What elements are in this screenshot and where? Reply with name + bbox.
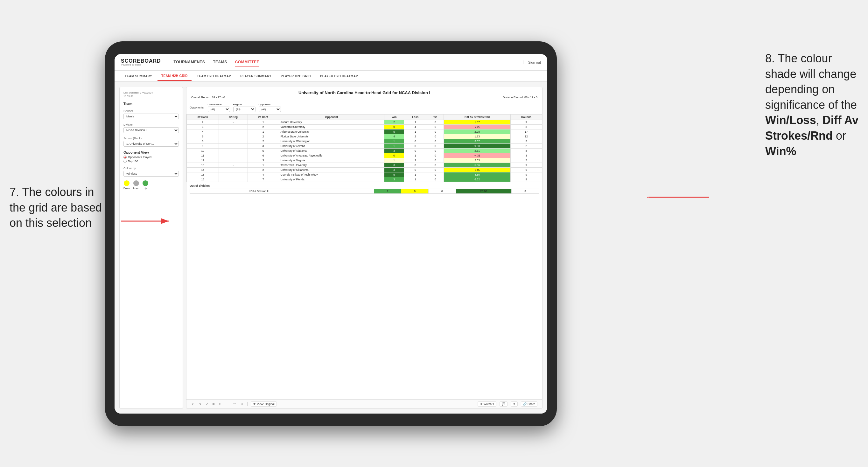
back-icon[interactable]: ◁ — [205, 402, 209, 406]
cell-tie: 0 — [427, 129, 444, 134]
share-button[interactable]: 🔗 Share — [521, 402, 537, 407]
tab-team-h2h-grid[interactable]: TEAM H2H GRID — [157, 71, 191, 81]
nav-committee[interactable]: COMMITTEE — [235, 58, 260, 66]
school-select[interactable]: 1. University of Nort... — [123, 141, 179, 147]
opponent-view-label: Opponent View — [123, 151, 179, 154]
division-select[interactable]: NCAA Division I — [123, 127, 179, 133]
radio-opponents-played[interactable]: Opponents Played — [123, 156, 179, 159]
legend-up: Up — [143, 180, 148, 190]
cell-tie: 0 — [427, 158, 444, 163]
top-nav: SCOREBOARD Powered by clippi TOURNAMENTS… — [115, 54, 547, 71]
cell-diff: 3.67 — [444, 139, 511, 144]
dash-icon[interactable]: — — [225, 402, 229, 406]
colour-by-select[interactable]: Win/loss — [123, 171, 179, 177]
cell-tie: 0 — [427, 153, 444, 158]
sign-out-button[interactable]: Sign out — [523, 60, 541, 64]
col-opponent: Opponent — [279, 115, 384, 120]
export-button[interactable]: ⬆ — [511, 402, 518, 407]
cell-diff: 1.83 — [444, 134, 511, 139]
cell-tie: 0 — [427, 163, 444, 168]
opponent-view-radio-group: Opponents Played Top 100 — [123, 156, 179, 163]
cell-reg: - — [219, 163, 248, 168]
opponents-label: Opponents: — [190, 106, 205, 109]
table-row: 8 2 University of Washington 1 0 0 3.67 … — [187, 139, 542, 144]
gender-select[interactable]: Men's — [123, 114, 179, 119]
cell-rounds: 12 — [510, 134, 542, 139]
out-reg — [209, 189, 228, 194]
cell-conf: 2 — [248, 125, 279, 129]
tab-player-summary[interactable]: PLAYER SUMMARY — [237, 72, 275, 81]
bottom-toolbar: ↩ ↪ ◁ ⧉ ⊞ — ••• ⏱ 👁 View: Original 👁 — [186, 399, 542, 408]
col-rank: ## Rank — [187, 115, 219, 120]
main-content: Last Updated: 27/03/2024 16:55:38 Team G… — [115, 82, 547, 413]
colour-by-section: Colour by Win/loss — [123, 167, 179, 177]
cell-win: 2 — [384, 120, 404, 125]
legend-level: Level — [133, 180, 139, 190]
cell-rank: 10 — [187, 149, 219, 153]
col-diff: Diff Av Strokes/Rnd — [444, 115, 511, 120]
tab-player-h2h-grid[interactable]: PLAYER H2H GRID — [277, 72, 315, 81]
out-division-name: NCAA Division II — [247, 189, 374, 194]
out-tie: 0 — [429, 189, 456, 194]
region-filter-select[interactable]: (All) — [233, 106, 255, 112]
cell-reg — [219, 168, 248, 173]
arrow-left — [119, 213, 170, 229]
cell-loss: 0 — [404, 139, 427, 144]
cell-opponent: Texas Tech University — [279, 163, 384, 168]
col-win: Win — [384, 115, 404, 120]
tab-team-summary[interactable]: TEAM SUMMARY — [121, 72, 156, 81]
cell-rank: 16 — [187, 177, 219, 182]
cell-diff: 9.00 — [444, 144, 511, 149]
table-row: 15 4 Georgia Institute of Technology 5 1… — [187, 173, 542, 177]
cell-diff: -1.00 — [444, 168, 511, 173]
col-rounds: Rounds — [510, 115, 542, 120]
cell-reg — [219, 177, 248, 182]
nav-teams[interactable]: TEAMS — [213, 58, 227, 66]
table-row: 12 3 University of Virginia 1 2 0 2.33 3 — [187, 158, 542, 163]
legend-row: Down Level Up — [123, 180, 179, 190]
out-loss: 0 — [401, 189, 429, 194]
undo-icon[interactable]: ↩ — [191, 402, 195, 406]
comment-button[interactable]: 💬 — [500, 402, 507, 407]
cell-reg — [219, 139, 248, 144]
logo-sub: Powered by clippi — [121, 64, 141, 66]
radio-dot-empty — [123, 160, 127, 163]
cell-win: 1 — [384, 139, 404, 144]
view-icon: 👁 — [253, 402, 256, 406]
cell-rank: 12 — [187, 158, 219, 163]
table-row: 6 2 Florida State University 4 2 0 1.83 … — [187, 134, 542, 139]
cell-opponent: Florida State University — [279, 134, 384, 139]
nav-tournaments[interactable]: TOURNAMENTS — [174, 58, 205, 66]
cell-rank: 2 — [187, 120, 219, 125]
cell-conf: 2 — [248, 168, 279, 173]
table-row: 10 5 University of Alabama 3 0 0 2.61 8 — [187, 149, 542, 153]
cell-opponent: Vanderbilt University — [279, 125, 384, 129]
cell-loss: 2 — [404, 134, 427, 139]
tab-player-h2h-heatmap[interactable]: PLAYER H2H HEATMAP — [316, 72, 362, 81]
watch-button[interactable]: 👁 Watch ▾ — [477, 402, 496, 407]
cell-loss: 1 — [404, 173, 427, 177]
col-reg: ## Reg — [219, 115, 248, 120]
table-scroll[interactable]: ## Rank ## Reg ## Conf Opponent Win Loss… — [186, 114, 542, 399]
cell-conf: 2 — [248, 134, 279, 139]
cell-tie: 0 — [427, 177, 444, 182]
view-original-button[interactable]: 👁 View: Original — [251, 402, 277, 407]
colour-by-label: Colour by — [123, 167, 179, 170]
cell-loss: 1 — [404, 129, 427, 134]
copy-icon[interactable]: ⧉ — [212, 402, 215, 407]
tab-team-h2h-heatmap[interactable]: TEAM H2H HEATMAP — [193, 72, 235, 81]
grid-icon[interactable]: ⊞ — [218, 402, 222, 406]
conference-filter-select[interactable]: (All) — [208, 106, 230, 112]
dots-icon[interactable]: ••• — [232, 402, 237, 406]
clock-icon[interactable]: ⏱ — [240, 402, 244, 406]
redo-icon[interactable]: ↪ — [198, 402, 202, 406]
out-of-division: Out of division NCAA Division II 1 0 — [186, 182, 542, 196]
table-row: 16 7 University of Florida 3 1 0 6.62 9 — [187, 177, 542, 182]
cell-reg: - — [219, 120, 248, 125]
school-label: School (Rank) — [123, 137, 179, 140]
opponent-filter-select[interactable]: (All) — [259, 106, 281, 112]
radio-top100[interactable]: Top 100 — [123, 160, 179, 163]
arrow-right — [647, 188, 711, 207]
cell-win: 5 — [384, 129, 404, 134]
tablet-frame: SCOREBOARD Powered by clippi TOURNAMENTS… — [105, 41, 557, 426]
